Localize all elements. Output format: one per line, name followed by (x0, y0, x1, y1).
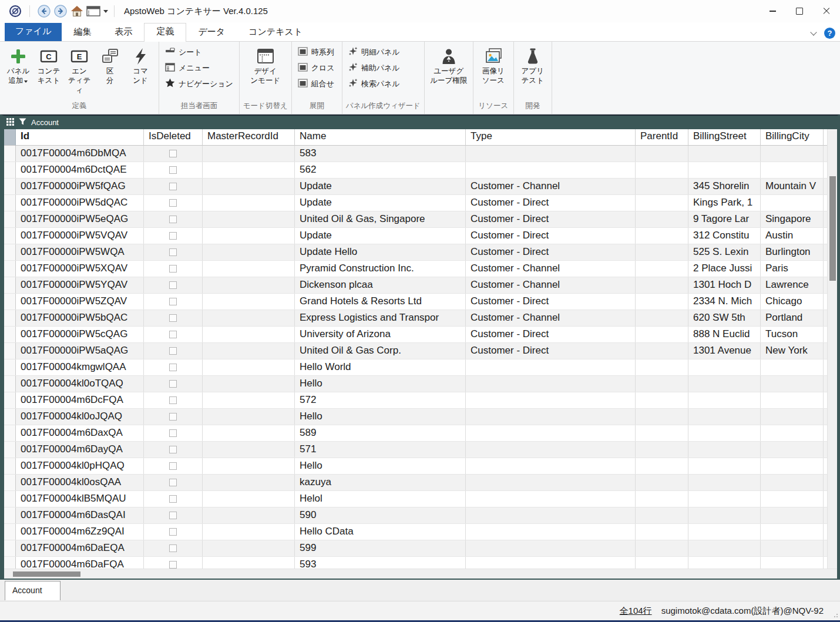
cell-name[interactable]: Hello (295, 376, 466, 392)
cell-isDeleted[interactable] (144, 442, 203, 458)
cell-gutter[interactable] (4, 475, 16, 490)
isdeleted-checkbox[interactable] (169, 281, 177, 289)
help-button[interactable]: ? (824, 28, 835, 39)
cell-billingCity[interactable]: New York (761, 343, 824, 359)
cell-type[interactable]: Customer - Direct (466, 244, 636, 260)
user-group-permission-button[interactable]: ユーザグ ループ権限 (428, 44, 469, 86)
cell-type[interactable]: Customer - Direct (466, 294, 636, 310)
cell-id[interactable]: 0017F00000iPW5cQAG (16, 327, 144, 342)
cell-gutter[interactable] (4, 343, 16, 359)
isdeleted-checkbox[interactable] (169, 380, 177, 388)
cell-billingCity[interactable] (761, 195, 824, 211)
cell-billingStreet[interactable]: Kings Park, 1 (688, 195, 761, 211)
tab-data[interactable]: データ (186, 24, 237, 41)
cell-type[interactable] (466, 491, 636, 507)
vertical-scrollbar-thumb[interactable] (829, 176, 836, 281)
cell-billingStreet[interactable]: 312 Constitu (688, 228, 761, 244)
cell-isDeleted[interactable] (144, 211, 203, 227)
column-header-parentId[interactable]: ParentId (636, 129, 688, 146)
cell-billingCity[interactable]: Mountain V (761, 179, 824, 194)
cell-id[interactable]: 0017F00004kmgwlQAA (16, 359, 144, 375)
cell-name[interactable]: Helol (295, 491, 466, 507)
cell-type[interactable] (466, 557, 636, 569)
cell-type[interactable] (466, 442, 636, 458)
cell-billingCity[interactable] (761, 392, 824, 408)
column-header-gutter[interactable] (4, 129, 16, 146)
cell-masterRecordId[interactable] (203, 442, 295, 458)
cell-parentId[interactable] (636, 540, 688, 556)
cell-type[interactable] (466, 359, 636, 375)
cell-billingCity[interactable] (761, 409, 824, 425)
cell-parentId[interactable] (636, 557, 688, 569)
cell-gutter[interactable] (4, 179, 16, 194)
cell-name[interactable]: Update Hello (295, 244, 466, 260)
cross-button[interactable]: クロス (295, 60, 337, 76)
cell-gutter[interactable] (4, 162, 16, 178)
cell-billingStreet[interactable] (688, 425, 761, 441)
cell-billingCity[interactable] (761, 376, 824, 392)
cell-billingStreet[interactable] (688, 392, 761, 408)
panel-chooser-button[interactable] (85, 3, 102, 19)
cell-isDeleted[interactable] (144, 179, 203, 194)
grid-layout-icon[interactable] (6, 118, 14, 127)
cell-type[interactable] (466, 540, 636, 556)
cell-parentId[interactable] (636, 491, 688, 507)
cell-type[interactable] (466, 162, 636, 178)
cell-parentId[interactable] (636, 277, 688, 293)
cell-isDeleted[interactable] (144, 310, 203, 326)
cell-name[interactable]: 571 (295, 442, 466, 458)
cell-billingStreet[interactable] (688, 557, 761, 569)
cell-gutter[interactable] (4, 425, 16, 441)
cell-name[interactable]: University of Arizona (295, 327, 466, 342)
cell-isDeleted[interactable] (144, 343, 203, 359)
cell-id[interactable]: 0017F00000iPW5dQAC (16, 195, 144, 211)
isdeleted-checkbox[interactable] (169, 265, 177, 273)
cell-parentId[interactable] (636, 475, 688, 490)
filter-icon[interactable] (19, 118, 26, 127)
cell-masterRecordId[interactable] (203, 343, 295, 359)
cell-parentId[interactable] (636, 244, 688, 260)
cell-billingStreet[interactable]: 9 Tagore Lar (688, 211, 761, 227)
cell-isDeleted[interactable] (144, 458, 203, 474)
cell-type[interactable] (466, 507, 636, 523)
cell-name[interactable]: 572 (295, 392, 466, 408)
cell-parentId[interactable] (636, 294, 688, 310)
isdeleted-checkbox[interactable] (169, 364, 177, 371)
cell-id[interactable]: 0017F00000iPW5aQAG (16, 343, 144, 359)
cell-billingCity[interactable]: Chicago (761, 294, 824, 310)
navigation-button[interactable]: ナビゲーション (163, 76, 236, 92)
cell-parentId[interactable] (636, 458, 688, 474)
cell-billingStreet[interactable] (688, 442, 761, 458)
cell-type[interactable]: Customer - Direct (466, 195, 636, 211)
cell-parentId[interactable] (636, 195, 688, 211)
cell-billingStreet[interactable] (688, 359, 761, 375)
cell-parentId[interactable] (636, 261, 688, 277)
cell-id[interactable]: 0017F00004m6DcFQA (16, 392, 144, 408)
cell-billingCity[interactable] (761, 458, 824, 474)
cell-isDeleted[interactable] (144, 392, 203, 408)
cell-id[interactable]: 0017F00000iPW5VQAV (16, 228, 144, 244)
cell-gutter[interactable] (4, 409, 16, 425)
image-resource-button[interactable]: 画像リ ソース (477, 44, 510, 86)
command-button[interactable]: コマ ンド (126, 44, 155, 86)
aux-panel-button[interactable]: 補助パネル (346, 60, 402, 76)
cell-id[interactable]: 0017F00004kl0pHQAQ (16, 458, 144, 474)
cell-type[interactable]: Customer - Channel (466, 179, 636, 194)
cell-masterRecordId[interactable] (203, 261, 295, 277)
cell-name[interactable]: 590 (295, 507, 466, 523)
cell-type[interactable] (466, 425, 636, 441)
app-logo-icon[interactable] (7, 3, 23, 19)
cell-parentId[interactable] (636, 343, 688, 359)
cell-masterRecordId[interactable] (203, 359, 295, 375)
isdeleted-checkbox[interactable] (169, 512, 177, 519)
cell-billingCity[interactable] (761, 425, 824, 441)
cell-masterRecordId[interactable] (203, 507, 295, 523)
cell-billingStreet[interactable] (688, 524, 761, 540)
cell-parentId[interactable] (636, 327, 688, 342)
cell-billingCity[interactable]: Burlington (761, 244, 824, 260)
tab-account[interactable]: Account (5, 581, 61, 600)
cell-name[interactable]: Hello (295, 458, 466, 474)
cell-name[interactable]: 583 (295, 146, 466, 162)
cell-billingCity[interactable] (761, 146, 824, 162)
cell-name[interactable]: Express Logistics and Transpor (295, 310, 466, 326)
